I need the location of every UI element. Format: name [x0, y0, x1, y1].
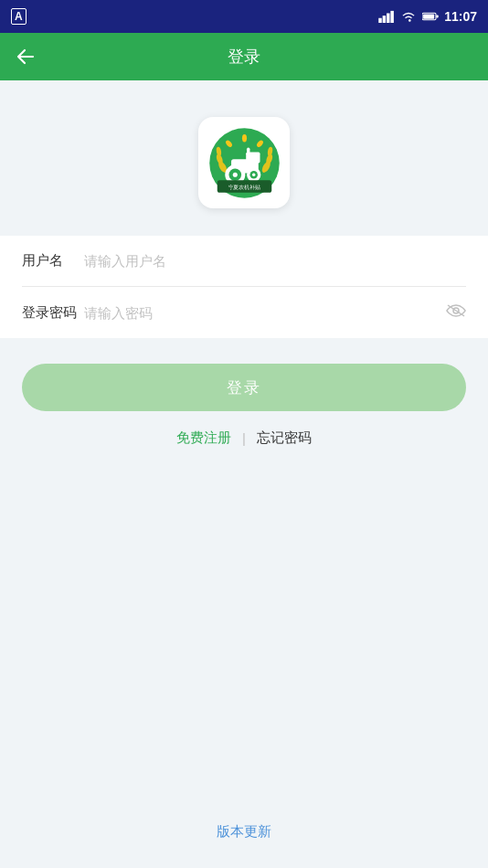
back-arrow-icon [15, 46, 37, 68]
password-row: 登录密码 [22, 287, 466, 338]
svg-rect-2 [387, 14, 390, 24]
login-button-area: 登录 [0, 338, 488, 411]
back-button[interactable] [15, 46, 37, 68]
top-nav: 登录 [0, 33, 488, 80]
links-area: 免费注册 | 忘记密码 [0, 411, 488, 465]
svg-rect-1 [383, 16, 387, 23]
forgot-password-link[interactable]: 忘记密码 [257, 429, 312, 447]
status-time: 11:07 [444, 9, 477, 24]
svg-rect-0 [378, 18, 382, 23]
svg-rect-3 [391, 11, 395, 23]
svg-rect-5 [437, 16, 439, 18]
username-row: 用户名 [22, 236, 466, 287]
svg-point-22 [232, 172, 237, 176]
signal-icon [378, 10, 395, 23]
svg-point-16 [241, 134, 246, 143]
register-link[interactable]: 免费注册 [176, 429, 231, 447]
toggle-password-icon[interactable] [446, 303, 466, 323]
svg-point-25 [252, 173, 255, 175]
version-update-link[interactable]: 版本更新 [217, 823, 271, 841]
status-bar: A 11:07 [0, 0, 488, 33]
bottom-area: 版本更新 [0, 823, 488, 841]
svg-rect-26 [247, 147, 249, 155]
link-divider: | [242, 430, 246, 446]
username-label: 用户名 [22, 252, 77, 270]
app-indicator: A [11, 8, 27, 25]
status-bar-right: 11:07 [378, 9, 477, 24]
password-label: 登录密码 [22, 304, 77, 322]
status-bar-left: A [11, 8, 27, 25]
wifi-icon [400, 10, 417, 23]
svg-text:宁夏农机补贴: 宁夏农机补贴 [228, 183, 260, 189]
logo-image: 宁夏农机补贴 [206, 124, 283, 202]
main-content: 宁夏农机补贴 用户名 登录密码 登录 免费注册 | [0, 80, 488, 465]
svg-rect-6 [423, 14, 434, 18]
logo-area: 宁夏农机补贴 [0, 80, 488, 236]
username-input[interactable] [77, 253, 466, 269]
page-title: 登录 [228, 46, 260, 68]
form-area: 用户名 登录密码 [0, 236, 488, 338]
app-logo: 宁夏农机补贴 [198, 117, 290, 208]
password-input[interactable] [77, 305, 446, 321]
login-button[interactable]: 登录 [22, 364, 466, 411]
battery-icon [422, 10, 439, 23]
